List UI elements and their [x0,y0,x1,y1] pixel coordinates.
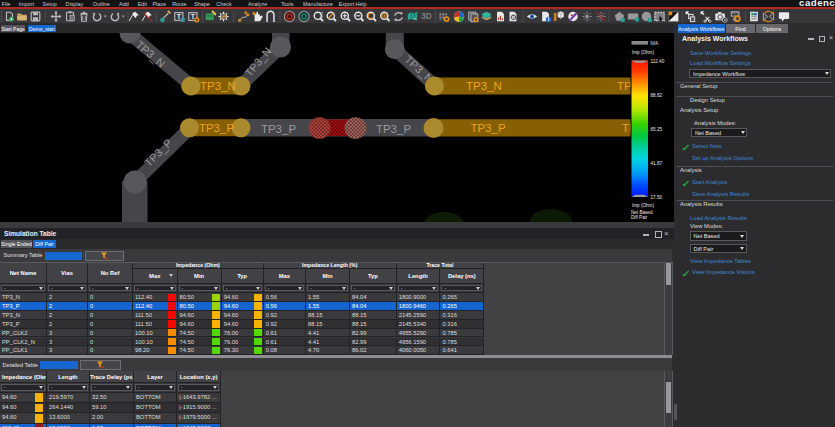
svg-text:Net Based: Net Based [631,210,653,215]
svg-text:10: 10 [732,17,737,22]
svg-text:Imp (Ohm): Imp (Ohm) [632,50,654,55]
svg-text:112.40: 112.40 [651,59,665,64]
svg-text:TP3_P: TP3_P [376,123,411,135]
svg-text:17.50: 17.50 [651,195,663,200]
svg-text:Diff Pair: Diff Pair [631,215,648,220]
svg-text:65.25: 65.25 [651,127,663,132]
svg-text:TP3_P: TP3_P [470,122,505,134]
svg-text:TP3_P: TP3_P [261,123,296,135]
svg-text:TP3_N: TP3_N [466,80,502,92]
svg-text:N/A: N/A [651,41,660,46]
svg-text:TP3_N: TP3_N [200,80,236,92]
svg-text:88.82: 88.82 [651,93,663,98]
svg-text:TP3_P: TP3_P [199,122,234,134]
svg-text:3D: 3D [421,12,432,21]
svg-text:41.87: 41.87 [651,161,663,166]
svg-text:Imp (Ohm): Imp (Ohm) [632,203,654,208]
